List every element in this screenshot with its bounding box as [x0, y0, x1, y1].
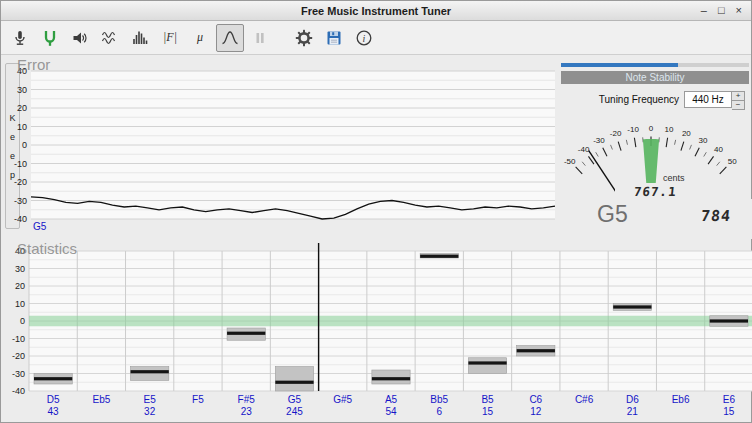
- stat-note-label: C6: [512, 394, 560, 405]
- gaussian-icon: [221, 29, 239, 47]
- svg-text:-30: -30: [12, 369, 25, 379]
- svg-text:10: 10: [17, 122, 27, 132]
- app-window: Free Music Instrument Tuner – □ × |F|μi …: [0, 0, 752, 423]
- tuning-frequency-row: Tuning Frequency 440 Hz + −: [559, 91, 745, 108]
- stat-note-label: C#6: [560, 394, 608, 405]
- tuning-frequency-value[interactable]: 440 Hz: [684, 91, 732, 108]
- fmit-logo-icon: [41, 29, 59, 47]
- error-panel: Error 403020100-10-20-30-40 G5: [1, 55, 557, 239]
- close-button[interactable]: ×: [736, 5, 742, 16]
- window-title: Free Music Instrument Tuner: [301, 5, 451, 17]
- svg-text:20: 20: [15, 281, 25, 291]
- cents-unit-label: cents: [663, 173, 685, 183]
- tuning-frequency-spinbox[interactable]: 440 Hz + −: [684, 91, 745, 108]
- svg-text:10: 10: [15, 299, 25, 309]
- note-stability-panel: Note Stability Tuning Frequency 440 Hz +…: [559, 61, 752, 239]
- svg-text:0: 0: [20, 316, 25, 326]
- mu-button[interactable]: μ: [186, 24, 214, 52]
- stat-note-label: F#5: [222, 394, 270, 405]
- stability-progressbar: [561, 63, 749, 67]
- stability-progress-fill: [561, 63, 678, 67]
- svg-text:20: 20: [682, 129, 691, 138]
- stat-note-label: Eb6: [656, 394, 704, 405]
- stat-note-label: E6: [705, 394, 752, 405]
- svg-text:-40: -40: [578, 145, 590, 154]
- maximize-button[interactable]: □: [718, 5, 725, 16]
- svg-text:40: 40: [714, 145, 723, 154]
- svg-text:20: 20: [17, 103, 27, 113]
- svg-text:-20: -20: [14, 177, 27, 187]
- stat-note-label: D5: [29, 394, 77, 405]
- stat-note-count: 12: [512, 406, 560, 417]
- toolbar: |F|μi: [1, 21, 751, 55]
- fft-icon: |F|: [163, 30, 177, 45]
- svg-text:-10: -10: [12, 334, 25, 344]
- stat-note-count: 6: [415, 406, 463, 417]
- error-title: Error: [17, 56, 50, 73]
- gaussian-button[interactable]: [216, 24, 244, 52]
- svg-text:30: 30: [17, 85, 27, 95]
- stat-note-count: 245: [270, 406, 318, 417]
- pause-button: [246, 24, 274, 52]
- histogram-button[interactable]: [126, 24, 154, 52]
- microphone-icon: [11, 29, 29, 47]
- save-icon: [325, 29, 343, 47]
- stat-note-label: D6: [608, 394, 656, 405]
- stat-note-count: 54: [367, 406, 415, 417]
- svg-text:-40: -40: [12, 386, 25, 396]
- stat-note-count: 21: [608, 406, 656, 417]
- stat-note-label: E5: [126, 394, 174, 405]
- svg-text:0: 0: [22, 140, 27, 150]
- stat-note-count: 15: [463, 406, 511, 417]
- svg-text:10: 10: [664, 125, 673, 134]
- waveform-icon: [101, 29, 119, 47]
- settings-button[interactable]: [290, 24, 318, 52]
- svg-text:30: 30: [699, 136, 708, 145]
- stat-note-label: G#5: [319, 394, 367, 405]
- svg-text:-20: -20: [610, 129, 622, 138]
- window-controls: – □ ×: [701, 1, 742, 20]
- about-icon: i: [355, 29, 373, 47]
- target-frequency-display: 784: [700, 207, 732, 225]
- frequency-display: 767.1: [615, 183, 695, 199]
- svg-text:30: 30: [15, 264, 25, 274]
- stat-note-label: F5: [174, 394, 222, 405]
- gauge-bottom-row: G5 784: [559, 199, 752, 239]
- error-chart: 403020100-10-20-30-40: [1, 55, 557, 239]
- svg-text:-30: -30: [14, 196, 27, 206]
- waveform-button[interactable]: [96, 24, 124, 52]
- histogram-icon: [131, 29, 149, 47]
- fmit-logo-button[interactable]: [36, 24, 64, 52]
- detected-note-label: G5: [597, 201, 628, 228]
- minimize-button[interactable]: –: [701, 5, 707, 16]
- svg-text:i: i: [363, 32, 366, 43]
- svg-text:-10: -10: [14, 159, 27, 169]
- tuning-frequency-label: Tuning Frequency: [599, 94, 679, 105]
- fft-button[interactable]: |F|: [156, 24, 184, 52]
- stat-note-count: 15: [705, 406, 752, 417]
- stat-note-count: 43: [29, 406, 77, 417]
- svg-text:50: 50: [728, 157, 737, 166]
- speaker-icon: [71, 29, 89, 47]
- statistics-title: Statistics: [17, 240, 77, 257]
- settings-icon: [295, 29, 313, 47]
- stat-note-label: G5: [270, 394, 318, 405]
- svg-text:-20: -20: [12, 351, 25, 361]
- svg-text:-50: -50: [564, 157, 576, 166]
- microphone-button[interactable]: [6, 24, 34, 52]
- titlebar: Free Music Instrument Tuner – □ ×: [1, 1, 751, 21]
- svg-text:0: 0: [649, 124, 654, 133]
- about-button[interactable]: i: [350, 24, 378, 52]
- stat-note-count: 23: [222, 406, 270, 417]
- mu-icon: μ: [197, 30, 203, 45]
- pause-icon: [251, 29, 269, 47]
- stat-note-label: Eb5: [77, 394, 125, 405]
- statistics-panel: Statistics 403020100-10-20-30-40 D543Eb5…: [1, 239, 752, 423]
- note-stability-header: Note Stability: [561, 71, 749, 84]
- stat-note-label: Bb5: [415, 394, 463, 405]
- stat-note-label: A5: [367, 394, 415, 405]
- speaker-button[interactable]: [66, 24, 94, 52]
- save-button[interactable]: [320, 24, 348, 52]
- svg-text:-40: -40: [14, 214, 27, 224]
- stat-note-label: B5: [463, 394, 511, 405]
